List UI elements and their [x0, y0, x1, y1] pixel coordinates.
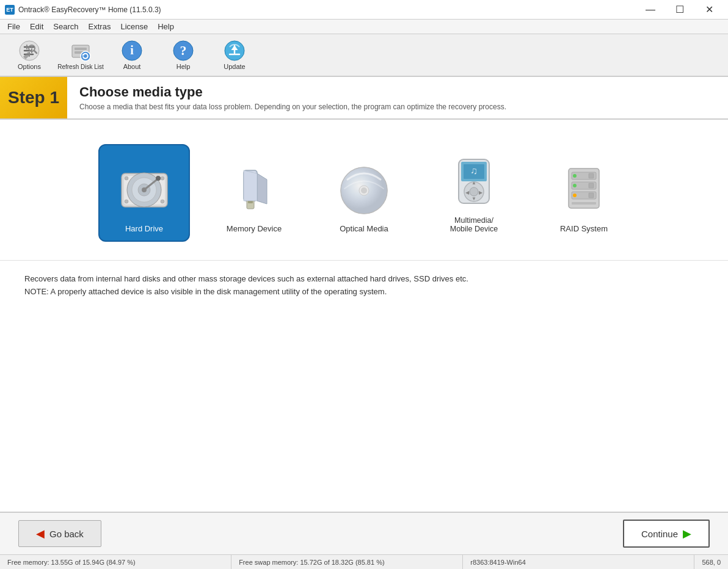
- svg-text:?: ?: [180, 43, 187, 58]
- menu-file[interactable]: File: [2, 21, 25, 32]
- optical-media-label: Optical Media: [340, 224, 388, 233]
- title-bar-controls[interactable]: — ☐ ✕: [636, 0, 723, 20]
- menu-license[interactable]: License: [115, 21, 153, 32]
- refresh-disk-list-button[interactable]: Refresh Disk List: [56, 36, 105, 74]
- title-bar-left: ET Ontrack® EasyRecovery™ Home (11.5.0.3…: [5, 5, 161, 15]
- raid-system-label: RAID System: [560, 224, 608, 233]
- svg-rect-53: [572, 202, 596, 205]
- help-icon: ?: [172, 40, 194, 62]
- update-button[interactable]: Update: [210, 36, 259, 74]
- go-back-label: Go back: [49, 529, 84, 539]
- refresh-label: Refresh Disk List: [57, 63, 104, 70]
- optical-media-icon: [333, 158, 395, 219]
- svg-rect-49: [589, 193, 594, 198]
- main-content: Hard Drive Mem: [0, 120, 728, 512]
- menu-bar: File Edit Search Extras License Help: [0, 20, 728, 34]
- status-bar: Free memory: 13.55G of 15.94G (84.97 %) …: [0, 554, 728, 569]
- menu-search[interactable]: Search: [48, 21, 83, 32]
- multimedia-mobile-label: Multimedia/ Mobile Device: [450, 216, 498, 233]
- multimedia-mobile-icon: ♫ ▲ ▼ ◀ ▶: [443, 153, 504, 211]
- description-line1: Recovers data from internal hard disks a…: [24, 273, 704, 286]
- description-line2: NOTE: A properly attached device is also…: [24, 286, 704, 299]
- menu-help[interactable]: Help: [153, 21, 179, 32]
- svg-point-21: [161, 176, 164, 180]
- menu-extras[interactable]: Extras: [84, 21, 116, 32]
- hard-drive-icon: [114, 158, 175, 219]
- step-description: Choose a media that best fits your data …: [79, 103, 506, 111]
- memory-device-icon: [224, 158, 285, 219]
- free-swap-text: Free swap memory: 15.72G of 18.32G (85.8…: [239, 559, 384, 566]
- svg-point-50: [573, 174, 577, 178]
- svg-text:▶: ▶: [479, 190, 483, 195]
- svg-text:▲: ▲: [471, 180, 476, 186]
- svg-text:◀: ◀: [465, 190, 470, 195]
- help-button[interactable]: ? Help: [159, 36, 208, 74]
- svg-rect-3: [75, 48, 87, 50]
- coords-text: 568, 0: [702, 559, 721, 566]
- refresh-disk-icon: [70, 40, 92, 62]
- options-icon: [18, 40, 40, 62]
- title-bar: ET Ontrack® EasyRecovery™ Home (11.5.0.3…: [0, 0, 728, 20]
- help-label: Help: [177, 63, 191, 70]
- media-item-raid-system[interactable]: RAID System: [538, 144, 630, 242]
- svg-point-23: [161, 200, 164, 203]
- update-label: Update: [224, 63, 245, 70]
- window-title: Ontrack® EasyRecovery™ Home (11.5.0.3): [18, 5, 161, 14]
- description-area: Recovers data from internal hard disks a…: [0, 260, 728, 311]
- toolbar: Options Refresh Disk List i About: [0, 34, 728, 77]
- update-icon: [224, 40, 246, 62]
- continue-arrow-icon: ▶: [683, 527, 691, 540]
- svg-point-52: [573, 194, 577, 197]
- free-swap-status: Free swap memory: 15.72G of 18.32G (85.8…: [231, 555, 463, 569]
- go-back-button[interactable]: ◀ Go back: [18, 520, 101, 547]
- media-item-hard-drive[interactable]: Hard Drive: [98, 144, 190, 242]
- build-text: r8363:8419-Win64: [470, 559, 526, 566]
- media-selector: Hard Drive Mem: [0, 120, 728, 260]
- hard-drive-label: Hard Drive: [125, 224, 163, 233]
- close-button[interactable]: ✕: [695, 0, 723, 20]
- svg-point-32: [361, 187, 367, 194]
- svg-text:♫: ♫: [470, 165, 478, 176]
- svg-point-38: [470, 187, 478, 196]
- step-content: Choose media type Choose a media that be…: [67, 77, 519, 118]
- svg-point-20: [125, 176, 128, 180]
- svg-point-51: [573, 184, 577, 187]
- svg-point-5: [81, 51, 90, 61]
- media-item-memory-device[interactable]: Memory Device: [208, 144, 300, 242]
- step-number: Step 1: [0, 77, 67, 118]
- svg-rect-47: [589, 173, 594, 178]
- step-title: Choose media type: [79, 84, 506, 100]
- memory-device-label: Memory Device: [227, 224, 282, 233]
- about-button[interactable]: i About: [107, 36, 156, 74]
- raid-system-icon: [553, 158, 614, 219]
- coords-status: 568, 0: [694, 555, 728, 569]
- options-button[interactable]: Options: [5, 36, 54, 74]
- free-memory-text: Free memory: 13.55G of 15.94G (84.97 %): [7, 559, 136, 566]
- maximize-button[interactable]: ☐: [666, 0, 694, 20]
- continue-label: Continue: [641, 529, 678, 539]
- svg-text:▼: ▼: [471, 196, 476, 201]
- back-arrow-icon: ◀: [36, 527, 45, 540]
- options-label: Options: [18, 63, 41, 70]
- continue-button[interactable]: Continue ▶: [623, 520, 710, 548]
- media-item-optical-media[interactable]: Optical Media: [318, 144, 410, 242]
- build-status: r8363:8419-Win64: [463, 555, 694, 569]
- app-icon: ET: [5, 5, 15, 15]
- bottom-bar: ◀ Go back Continue ▶: [0, 512, 728, 554]
- step-header: Step 1 Choose media type Choose a media …: [0, 77, 728, 120]
- minimize-button[interactable]: —: [636, 0, 664, 20]
- about-label: About: [123, 63, 141, 70]
- svg-point-19: [156, 176, 161, 181]
- svg-text:i: i: [130, 43, 134, 57]
- media-item-multimedia-mobile[interactable]: ♫ ▲ ▼ ◀ ▶ Multimedia/ Mobile Device: [428, 144, 520, 242]
- svg-point-22: [125, 200, 128, 203]
- menu-edit[interactable]: Edit: [25, 21, 48, 32]
- about-icon: i: [121, 40, 143, 62]
- svg-rect-48: [589, 183, 594, 188]
- free-memory-status: Free memory: 13.55G of 15.94G (84.97 %): [0, 555, 231, 569]
